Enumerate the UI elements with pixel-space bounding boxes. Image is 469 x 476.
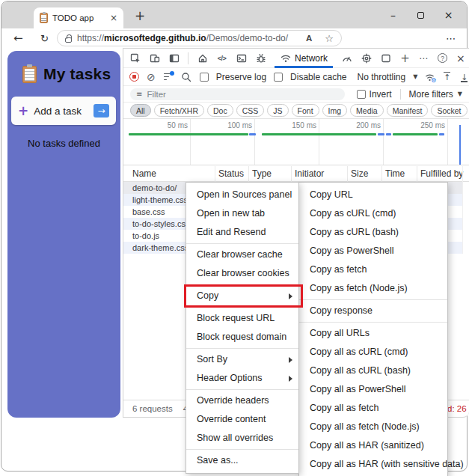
submenu-item-copy-all-as-fetch-nodejs[interactable]: Copy all as fetch (Node.js) xyxy=(299,418,447,436)
maximize-button[interactable] xyxy=(407,1,435,28)
performance-gauge-icon[interactable] xyxy=(341,52,352,64)
column-time[interactable]: Time xyxy=(385,168,405,179)
url-field[interactable]: https://microsoftedge.github.io/Demos/de… xyxy=(57,30,342,46)
more-options-icon[interactable]: ⋯ xyxy=(419,53,429,64)
import-har-icon[interactable]: ↑ xyxy=(442,72,452,82)
export-har-icon[interactable]: ↓ xyxy=(459,72,469,82)
menu-item-save-as[interactable]: Save as... xyxy=(186,451,298,470)
column-type[interactable]: Type xyxy=(252,168,272,179)
welcome-home-icon[interactable] xyxy=(197,52,208,64)
submenu-item-copy-as-curl-cmd[interactable]: Copy as cURL (cmd) xyxy=(299,204,447,223)
elements-tab-icon[interactable]: </> xyxy=(216,52,227,64)
chip-js[interactable]: JS xyxy=(267,104,288,117)
chip-all[interactable]: All xyxy=(130,104,151,117)
invert-checkbox[interactable] xyxy=(357,90,366,99)
search-icon[interactable] xyxy=(181,71,192,82)
tab-close-icon[interactable]: × xyxy=(110,13,117,23)
submenu-item-copy-all-as-powershell[interactable]: Copy all as PowerShell xyxy=(299,380,447,399)
timeline-bar xyxy=(378,133,384,135)
throttling-dropdown-icon[interactable]: ▼ xyxy=(413,73,417,80)
minimize-button[interactable]: – xyxy=(379,1,407,28)
application-tab-icon[interactable] xyxy=(380,52,391,64)
menu-item-copy[interactable]: Copy xyxy=(186,287,298,305)
menu-item-clear-browser-cookies[interactable]: Clear browser cookies xyxy=(186,264,298,283)
chip-img[interactable]: Img xyxy=(322,104,348,117)
submit-arrow-button[interactable]: → xyxy=(94,104,109,118)
chip-doc[interactable]: Doc xyxy=(207,104,233,117)
add-task-button[interactable]: + Add a task → xyxy=(11,97,116,125)
new-tab-button[interactable]: + xyxy=(132,8,148,23)
menu-item-override-content[interactable]: Override content xyxy=(186,410,298,429)
submenu-item-copy-as-powershell[interactable]: Copy as PowerShell xyxy=(299,242,447,260)
help-icon[interactable]: ? xyxy=(438,53,447,63)
submenu-item-copy-all-as-har-sanitized[interactable]: Copy all as HAR (sanitized) xyxy=(299,436,447,455)
chip-fetch-xhr[interactable]: Fetch/XHR xyxy=(154,104,204,117)
menu-item-sort-by-label: Sort By xyxy=(197,354,227,364)
submenu-item-copy-all-as-fetch[interactable]: Copy all as fetch xyxy=(299,399,447,418)
menu-item-edit-and-resend[interactable]: Edit and Resend xyxy=(186,223,298,242)
column-status[interactable]: Status xyxy=(218,168,244,179)
column-fulfilled-by[interactable]: Fulfilled by xyxy=(420,168,463,179)
inspect-icon[interactable] xyxy=(129,52,141,64)
todo-app-panel: My tasks + Add a task → No tasks defined xyxy=(7,51,120,418)
menu-item-open-in-new-tab[interactable]: Open in new tab xyxy=(186,204,298,223)
url-domain: microsoftedge.github.io xyxy=(104,33,206,43)
filter-toggle-icon[interactable] xyxy=(163,73,174,82)
record-icon[interactable] xyxy=(129,72,139,82)
menu-item-clear-browser-cache[interactable]: Clear browser cache xyxy=(186,245,298,264)
issues-bug-icon[interactable] xyxy=(255,52,266,64)
chip-socket[interactable]: Socket xyxy=(431,104,467,117)
column-name[interactable]: Name xyxy=(132,168,156,179)
submenu-item-copy-as-curl-bash[interactable]: Copy as cURL (bash) xyxy=(299,223,447,242)
favorites-star-icon[interactable]: ☆ xyxy=(325,33,334,44)
chip-media[interactable]: Media xyxy=(350,104,384,117)
throttling-select[interactable]: No throttling xyxy=(357,72,405,82)
menu-item-open-in-sources[interactable]: Open in Sources panel xyxy=(186,186,298,204)
menu-item-header-options[interactable]: Header Options xyxy=(186,369,298,388)
memory-chip-icon[interactable] xyxy=(361,52,372,64)
disable-cache-checkbox[interactable] xyxy=(274,73,283,82)
invert-label: Invert xyxy=(370,89,392,100)
menu-item-show-all-overrides[interactable]: Show all overrides xyxy=(186,429,298,448)
column-initiator[interactable]: Initiator xyxy=(295,168,324,179)
menu-item-sort-by[interactable]: Sort By xyxy=(186,350,298,369)
clear-icon[interactable]: ⊘ xyxy=(147,72,156,82)
submenu-item-copy-all-as-har-sensitive[interactable]: Copy all as HAR (with sensitive data) xyxy=(299,455,447,474)
chip-css[interactable]: CSS xyxy=(236,104,265,117)
filter-input[interactable]: ≡ Filter xyxy=(130,88,345,100)
menu-divider xyxy=(186,284,298,285)
submenu-item-copy-all-urls[interactable]: Copy all URLs xyxy=(299,324,447,343)
browser-tab[interactable]: TODO app × xyxy=(34,7,123,28)
submenu-item-copy-response[interactable]: Copy response xyxy=(299,302,447,320)
chip-manifest[interactable]: Manifest xyxy=(387,104,429,117)
menu-item-override-headers[interactable]: Override headers xyxy=(186,391,298,410)
more-tabs-icon[interactable]: + xyxy=(399,52,411,64)
chip-font[interactable]: Font xyxy=(292,104,319,117)
network-tab[interactable]: Network xyxy=(275,49,333,68)
table-scrollbar-gutter[interactable] xyxy=(462,166,469,254)
network-conditions-icon[interactable]: ⚙ xyxy=(425,72,435,82)
preserve-log-checkbox[interactable] xyxy=(200,73,209,82)
more-filters-button[interactable]: More filters ▼ xyxy=(409,89,463,100)
submenu-item-copy-url[interactable]: Copy URL xyxy=(299,186,447,204)
console-tab-icon[interactable] xyxy=(236,52,247,64)
dock-side-icon[interactable] xyxy=(168,52,180,64)
menu-item-block-request-url[interactable]: Block request URL xyxy=(186,309,298,328)
submenu-item-copy-as-fetch-nodejs[interactable]: Copy as fetch (Node.js) xyxy=(299,279,447,298)
network-overview-timeline[interactable]: 50 ms 100 ms 150 ms 200 ms 250 ms xyxy=(123,119,469,165)
browser-menu-icon[interactable]: ⋯ xyxy=(446,33,456,44)
menu-item-block-request-domain[interactable]: Block request domain xyxy=(186,328,298,347)
url-text: https://microsoftedge.github.io/Demos/de… xyxy=(77,33,301,43)
refresh-icon[interactable]: ↻ xyxy=(40,33,49,44)
title-bar: TODO app × + – × xyxy=(1,1,467,28)
devtools-close-icon[interactable]: × xyxy=(456,52,465,64)
column-size[interactable]: Size xyxy=(351,168,368,179)
back-icon[interactable]: ← xyxy=(13,31,23,45)
menu-item-copy-label: Copy xyxy=(197,290,218,301)
submenu-item-copy-all-as-curl-cmd[interactable]: Copy all as cURL (cmd) xyxy=(299,343,447,361)
device-emulation-icon[interactable] xyxy=(149,52,160,64)
close-button[interactable]: × xyxy=(435,1,462,28)
submenu-item-copy-all-as-curl-bash[interactable]: Copy all as cURL (bash) xyxy=(299,361,447,380)
submenu-item-copy-as-fetch[interactable]: Copy as fetch xyxy=(299,260,447,279)
read-aloud-icon[interactable]: A xyxy=(306,34,312,43)
